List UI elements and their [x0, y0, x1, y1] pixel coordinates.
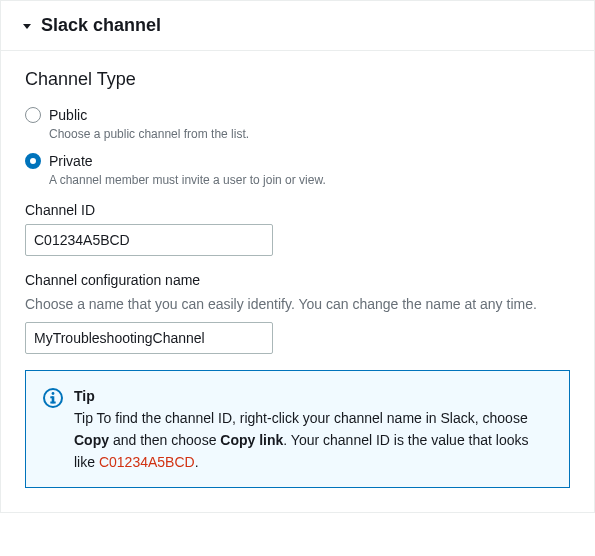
radio-item-public[interactable]: Public Choose a public channel from the …	[25, 106, 570, 142]
caret-down-icon	[21, 20, 33, 32]
tip-suffix: .	[195, 454, 199, 470]
slack-channel-panel: Slack channel Channel Type Public Choose…	[0, 0, 595, 513]
channel-id-input[interactable]	[25, 224, 273, 256]
tip-copy-bold: Copy	[74, 432, 109, 448]
tip-text: Tip To find the channel ID, right-click …	[74, 410, 529, 470]
panel-title: Slack channel	[41, 15, 161, 36]
tip-code: C01234A5BCD	[99, 454, 195, 470]
svg-rect-3	[50, 396, 53, 398]
config-name-field: Channel configuration name Choose a name…	[25, 272, 570, 354]
radio-public-label: Public	[49, 106, 570, 124]
channel-type-radio-group: Public Choose a public channel from the …	[25, 106, 570, 188]
channel-type-heading: Channel Type	[25, 69, 570, 90]
channel-id-field: Channel ID	[25, 202, 570, 256]
radio-private-content: Private A channel member must invite a u…	[49, 152, 570, 188]
tip-content: Tip Tip To find the channel ID, right-cl…	[74, 385, 553, 473]
config-name-desc: Choose a name that you can easily identi…	[25, 294, 570, 314]
channel-id-label: Channel ID	[25, 202, 570, 218]
svg-rect-4	[50, 402, 55, 404]
panel-body: Channel Type Public Choose a public chan…	[1, 51, 594, 512]
tip-box: Tip Tip To find the channel ID, right-cl…	[25, 370, 570, 488]
radio-public[interactable]	[25, 107, 41, 123]
info-icon	[42, 387, 64, 412]
radio-private-label: Private	[49, 152, 570, 170]
radio-item-private[interactable]: Private A channel member must invite a u…	[25, 152, 570, 188]
radio-private[interactable]	[25, 153, 41, 169]
tip-middle: and then choose	[109, 432, 220, 448]
panel-header[interactable]: Slack channel	[1, 1, 594, 51]
tip-prefix: Tip To find the channel ID, right-click …	[74, 410, 528, 426]
config-name-input[interactable]	[25, 322, 273, 354]
radio-private-desc: A channel member must invite a user to j…	[49, 172, 570, 188]
radio-public-desc: Choose a public channel from the list.	[49, 126, 570, 142]
tip-copylink-bold: Copy link	[220, 432, 283, 448]
radio-public-content: Public Choose a public channel from the …	[49, 106, 570, 142]
tip-title: Tip	[74, 385, 553, 407]
config-name-label: Channel configuration name	[25, 272, 570, 288]
svg-point-1	[52, 392, 55, 395]
